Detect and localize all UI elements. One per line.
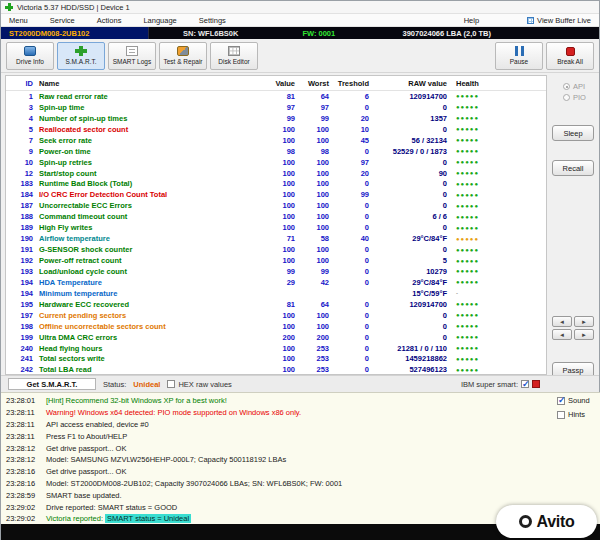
get-smart-button[interactable]: Get S.M.A.R.T. xyxy=(8,378,96,390)
pio-radio[interactable]: PIO xyxy=(563,93,586,102)
attribute-raw-value: 90 xyxy=(372,169,450,178)
title-bar: Victoria 5.37 HDD/SSD | Device 1 xyxy=(1,1,599,14)
smart-table-row[interactable]: 197 Current pending sectors 100 100 0 0 … xyxy=(6,310,546,321)
attribute-threshold: 0 xyxy=(332,300,372,309)
smart-table-row[interactable]: 7 Seek error rate 100 100 45 56 / 32134 … xyxy=(6,135,546,146)
attribute-value: 71 xyxy=(264,234,298,243)
smart-table-row[interactable]: 3 Spin-up time 97 97 0 0 ●●●●● xyxy=(6,102,546,113)
smart-table-row[interactable]: 184 I/O CRC Error Detection Count Total … xyxy=(6,189,546,200)
disk-editor-label: Disk Editor xyxy=(218,58,249,65)
smart-table-row[interactable]: 195 Hardware ECC recovered 81 64 0 12091… xyxy=(6,299,546,310)
attribute-value: 100 xyxy=(264,344,298,353)
disk-editor-button[interactable]: Disk Editor xyxy=(210,42,258,70)
log-text: Model: ST2000DM008-2UB102; Capacity 3907… xyxy=(46,479,342,488)
menu-item-help[interactable]: Help xyxy=(464,16,479,25)
nav-prev-button[interactable]: ◄ xyxy=(552,316,572,327)
smart-table-row[interactable]: 5 Reallocated sector count 100 100 10 0 … xyxy=(6,124,546,135)
api-radio[interactable]: API xyxy=(563,82,585,91)
attribute-threshold: 0 xyxy=(332,278,372,287)
status-value: Unideal xyxy=(133,380,160,389)
test-repair-button[interactable]: Test & Repair xyxy=(159,42,207,70)
ibm-smart-checkbox[interactable] xyxy=(521,380,529,388)
break-all-button[interactable]: Break All xyxy=(546,42,594,70)
nav-last-button[interactable]: ► xyxy=(574,329,594,340)
attribute-name: Raw read error rate xyxy=(36,92,264,101)
smart-table-row[interactable]: 241 Total sectors write 100 253 0 145921… xyxy=(6,354,546,365)
attribute-name: Power-off retract count xyxy=(36,256,264,265)
smart-label: S.M.A.R.T. xyxy=(65,58,96,65)
drive-info-button[interactable]: Drive Info xyxy=(6,42,54,70)
smart-table-row[interactable]: 192 Power-off retract count 100 100 0 5 … xyxy=(6,255,546,266)
header-health: Health xyxy=(450,79,508,88)
ibm-smart-red-indicator[interactable] xyxy=(532,380,540,388)
hex-raw-checkbox[interactable] xyxy=(167,380,175,388)
menu-item-language[interactable]: Language xyxy=(143,16,176,25)
attribute-id: 194 xyxy=(6,278,36,287)
menu-item-menu[interactable]: Menu xyxy=(9,16,28,25)
attribute-value: 99 xyxy=(264,114,298,123)
attribute-threshold: 0 xyxy=(332,103,372,112)
health-indicator: ●●●●● xyxy=(450,214,508,220)
attribute-name: Hardware ECC recovered xyxy=(36,300,264,309)
smart-table-row[interactable]: 10 Spin-up retries 100 100 97 0 ●●●●● xyxy=(6,157,546,168)
attribute-worst: 100 xyxy=(298,201,332,210)
log-line: 23:28:12 Model: SAMSUNG MZVLW256HEHP-000… xyxy=(6,454,596,466)
attribute-worst: 58 xyxy=(298,234,332,243)
nav-next-button[interactable]: ► xyxy=(574,316,594,327)
attribute-threshold: 6 xyxy=(332,92,372,101)
smart-table-row[interactable]: 242 Total LBA read 100 253 0 527496123 ●… xyxy=(6,364,546,375)
smart-table-row[interactable]: 190 Airflow temperature 71 58 40 29°C/84… xyxy=(6,233,546,244)
smart-table-row[interactable]: 191 G-SENSOR shock counter 100 100 0 0 ●… xyxy=(6,244,546,255)
attribute-id: 1 xyxy=(6,92,36,101)
attribute-value: 100 xyxy=(264,201,298,210)
nav-first-button[interactable]: ◄ xyxy=(552,329,572,340)
smart-button[interactable]: S.M.A.R.T. xyxy=(57,42,105,70)
hints-checkbox[interactable] xyxy=(557,411,565,419)
sound-checkbox[interactable] xyxy=(557,397,565,405)
drive-info-label: Drive Info xyxy=(16,58,44,65)
menu-item-actions[interactable]: Actions xyxy=(97,16,122,25)
smart-table-row[interactable]: 9 Power-on time 98 98 0 52529 / 0 / 1873… xyxy=(6,146,546,157)
attribute-value: 100 xyxy=(264,223,298,232)
smart-table-row[interactable]: 198 Offline uncorrectable sectors count … xyxy=(6,321,546,332)
smart-table-row[interactable]: 189 High Fly writes 100 100 0 0 ●●●●● xyxy=(6,222,546,233)
menu-item-settings[interactable]: Settings xyxy=(199,16,226,25)
log-line: 23:28:11 Warning! Windows x64 detected: … xyxy=(6,407,596,419)
smart-table-row[interactable]: 12 Start/stop count 100 100 20 90 ●●●●● xyxy=(6,168,546,179)
smart-table-row[interactable]: 187 Uncorrectable ECC Errors 100 100 0 0… xyxy=(6,200,546,211)
health-indicator: ●●●●● xyxy=(450,104,508,110)
log-message: [Hint] Recommend 32-bit Windows XP for a… xyxy=(46,396,227,405)
avito-label: Avito xyxy=(537,513,575,531)
hex-raw-values-toggle[interactable]: HEX raw values xyxy=(167,380,231,389)
smart-table-row[interactable]: 240 Head flying hours 100 253 0 21281 / … xyxy=(6,343,546,354)
disk-grid-icon xyxy=(228,46,240,56)
attribute-name: Total sectors write xyxy=(36,354,264,363)
attribute-id: 240 xyxy=(6,344,36,353)
smart-table-row[interactable]: 194 HDA Temperature 29 42 0 29°C/84°F ●●… xyxy=(6,277,546,288)
smart-table-row[interactable]: 194 Minimum temperature 15°C/59°F - xyxy=(6,288,546,299)
view-buffer-live-button[interactable]: View Buffer Live xyxy=(527,16,591,25)
smart-table-row[interactable]: 4 Number of spin-up times 99 99 20 1357 … xyxy=(6,113,546,124)
smart-logs-label: SMART Logs xyxy=(113,58,151,65)
smart-table-row[interactable]: 199 Ultra DMA CRC errors 200 200 0 0 ●●●… xyxy=(6,332,546,343)
sound-label: Sound xyxy=(568,396,590,405)
attribute-raw-value: 1459218862 xyxy=(372,354,450,363)
smart-table-row[interactable]: 193 Load/unload cycle count 99 99 0 1027… xyxy=(6,266,546,277)
pause-button[interactable]: Pause xyxy=(495,42,543,70)
attribute-worst: 99 xyxy=(298,267,332,276)
smart-logs-button[interactable]: SMART Logs xyxy=(108,42,156,70)
hints-toggle[interactable]: Hints xyxy=(557,410,599,419)
menu-item-service[interactable]: Service xyxy=(50,16,75,25)
recall-button[interactable]: Recall xyxy=(552,160,594,176)
smart-table-row[interactable]: 1 Raw read error rate 81 64 6 120914700 … xyxy=(6,91,546,102)
smart-table-row[interactable]: 183 Runtime Bad Block (Total) 100 100 0 … xyxy=(6,179,546,190)
smart-table-row[interactable]: 188 Command timeout count 100 100 0 6 / … xyxy=(6,211,546,222)
attribute-name: Seek error rate xyxy=(36,136,264,145)
device-info-bar: ST2000DM008-2UB102 SN: WFL6BS0K FW: 0001… xyxy=(1,27,599,39)
attribute-id: 190 xyxy=(6,234,36,243)
log-message: API access enabled, device #0 xyxy=(46,420,149,429)
log-line: 23:28:01 [Hint] Recommend 32-bit Windows… xyxy=(6,395,596,407)
attribute-value: 29 xyxy=(264,278,298,287)
sound-toggle[interactable]: Sound xyxy=(557,396,599,405)
sleep-button[interactable]: Sleep xyxy=(552,125,594,141)
